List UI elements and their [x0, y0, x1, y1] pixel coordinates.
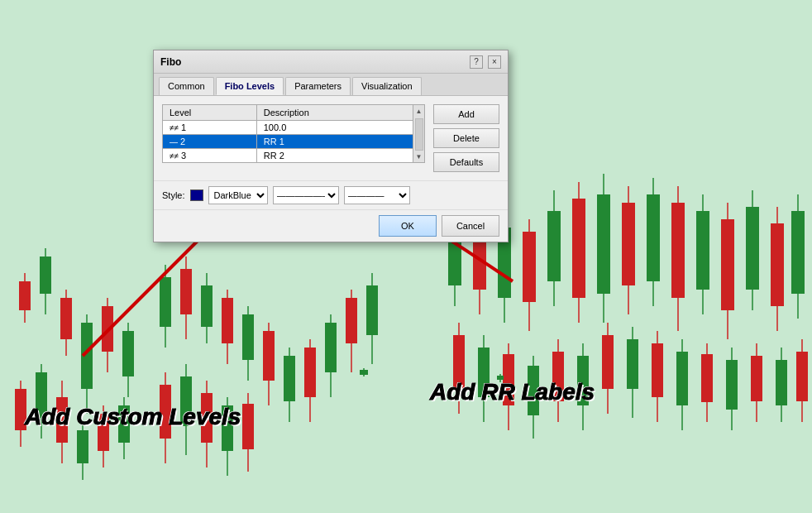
table-section: Level Description ≠≠ 1 100.0 — 2 R — [162, 104, 425, 172]
svg-rect-114 — [726, 360, 738, 410]
svg-rect-44 — [346, 298, 357, 343]
svg-rect-42 — [325, 323, 337, 372]
tab-common[interactable]: Common — [159, 77, 214, 95]
svg-rect-104 — [602, 335, 614, 389]
row2-desc: RR 1 — [256, 135, 413, 149]
col-description: Description — [256, 105, 413, 121]
row1-desc: 100.0 — [256, 121, 413, 135]
svg-rect-88 — [791, 211, 805, 294]
row1-level: ≠≠ 1 — [163, 121, 257, 135]
svg-rect-34 — [242, 314, 254, 360]
dialog-overlay: Fibo ? × Common Fibo Levels Parameters V… — [153, 50, 509, 242]
row2-level: — 2 — [163, 135, 257, 149]
table-row[interactable]: ≠≠ 1 100.0 — [163, 121, 413, 135]
svg-rect-12 — [122, 331, 134, 376]
svg-rect-74 — [622, 203, 635, 285]
svg-rect-82 — [721, 219, 734, 310]
style-label: Style: — [162, 190, 185, 200]
help-button[interactable]: ? — [470, 55, 483, 69]
svg-rect-36 — [263, 331, 275, 381]
buttons-section: Add Delete Defaults — [433, 104, 499, 172]
svg-rect-8 — [81, 323, 93, 389]
svg-rect-68 — [547, 211, 561, 281]
svg-rect-40 — [304, 348, 316, 397]
scroll-thumb — [415, 118, 423, 151]
dialog-tabs: Common Fibo Levels Parameters Visualizat… — [154, 74, 508, 96]
dialog-titlebar: Fibo ? × — [154, 50, 508, 74]
svg-rect-112 — [701, 354, 713, 402]
add-button[interactable]: Add — [433, 104, 499, 124]
svg-rect-26 — [160, 277, 171, 327]
annotation-rr-labels: Add RR Labels — [430, 379, 595, 405]
cancel-button[interactable]: Cancel — [442, 215, 499, 237]
svg-rect-118 — [776, 360, 787, 405]
fibo-levels-table: Level Description ≠≠ 1 100.0 — 2 R — [162, 104, 413, 163]
svg-rect-32 — [222, 298, 233, 343]
line-width-select[interactable]: ———— ━━━━━ — [344, 186, 410, 204]
row3-desc: RR 2 — [256, 149, 413, 163]
svg-rect-6 — [60, 298, 72, 339]
row3-level: ≠≠ 3 — [163, 149, 257, 163]
svg-rect-86 — [771, 223, 784, 306]
svg-rect-28 — [180, 269, 192, 314]
dialog-footer: OK Cancel — [154, 209, 508, 242]
col-level: Level — [163, 105, 257, 121]
svg-rect-72 — [597, 194, 610, 294]
svg-rect-110 — [676, 352, 688, 405]
table-wrapper: Level Description ≠≠ 1 100.0 — 2 R — [162, 104, 425, 163]
svg-rect-84 — [746, 207, 759, 290]
line-style-select[interactable]: —————— - - - - - — [273, 186, 339, 204]
scroll-down-arrow[interactable]: ▼ — [416, 152, 423, 162]
table-row-selected[interactable]: — 2 RR 1 — [163, 135, 413, 149]
dialog-body: Level Description ≠≠ 1 100.0 — 2 R — [154, 96, 508, 180]
svg-rect-30 — [201, 285, 213, 327]
color-select[interactable]: DarkBlue — [208, 186, 268, 204]
fibo-dialog: Fibo ? × Common Fibo Levels Parameters V… — [153, 50, 509, 242]
svg-rect-20 — [77, 430, 88, 463]
svg-rect-70 — [572, 199, 585, 298]
delete-button[interactable]: Delete — [433, 128, 499, 148]
close-button[interactable]: × — [488, 55, 501, 69]
svg-rect-10 — [102, 306, 113, 352]
dialog-title: Fibo — [160, 56, 181, 68]
table-scrollbar[interactable]: ▲ ▼ — [413, 104, 425, 163]
svg-rect-108 — [652, 343, 663, 397]
scroll-up-arrow[interactable]: ▲ — [416, 107, 423, 117]
tab-fibo-levels[interactable]: Fibo Levels — [216, 77, 284, 95]
svg-rect-116 — [751, 356, 762, 401]
tab-parameters[interactable]: Parameters — [285, 77, 351, 95]
svg-rect-58 — [360, 370, 368, 375]
table-row[interactable]: ≠≠ 3 RR 2 — [163, 149, 413, 163]
svg-rect-78 — [671, 203, 685, 298]
defaults-button[interactable]: Defaults — [433, 152, 499, 172]
style-row: Style: DarkBlue —————— - - - - - ———— ━━… — [154, 180, 508, 209]
svg-rect-2 — [19, 281, 31, 310]
color-swatch[interactable] — [190, 189, 203, 201]
svg-rect-38 — [284, 356, 295, 401]
svg-rect-120 — [796, 352, 808, 401]
ok-button[interactable]: OK — [379, 215, 437, 237]
svg-rect-66 — [523, 232, 536, 302]
svg-rect-80 — [696, 211, 709, 290]
annotation-custom-levels: Add Custom Levels — [25, 404, 241, 430]
dialog-controls: ? × — [470, 55, 501, 69]
svg-rect-56 — [242, 404, 254, 449]
svg-rect-46 — [366, 285, 378, 335]
tab-visualization[interactable]: Visualization — [352, 77, 422, 95]
svg-rect-106 — [627, 339, 638, 389]
svg-rect-76 — [647, 194, 660, 281]
svg-rect-4 — [40, 256, 51, 294]
